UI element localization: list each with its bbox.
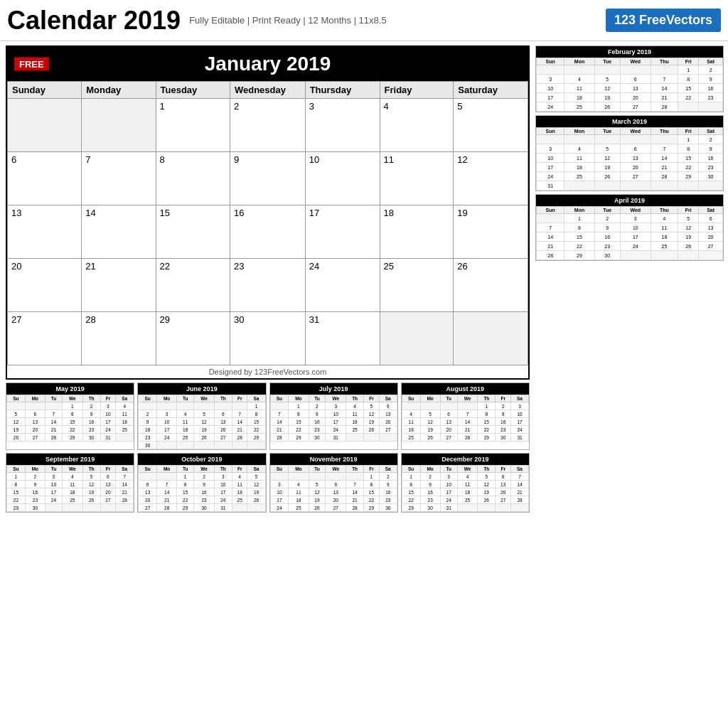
- small-cal-cell: 20: [379, 418, 397, 426]
- small-cal-cell: 26: [247, 496, 265, 504]
- day-header: Th: [214, 466, 232, 473]
- main-title: Calendar 2019: [7, 6, 181, 36]
- day-header: Sa: [247, 466, 265, 473]
- col-sunday: Sunday: [8, 82, 82, 99]
- january-cell: 24: [305, 259, 380, 312]
- small-cal-cell: 15: [289, 418, 309, 426]
- small-cal-cell: 19: [82, 488, 100, 496]
- right-cal-cell: 19: [678, 232, 699, 242]
- right-cal-cell: [537, 65, 564, 75]
- day-header: Tu: [309, 395, 326, 402]
- day-header: Thu: [651, 128, 678, 135]
- small-cal-cell: 12: [478, 481, 496, 488]
- small-cal-cell: 29: [364, 504, 380, 512]
- small-cal-cell: 10: [46, 481, 63, 488]
- small-cal-cell: 20: [440, 426, 457, 434]
- small-cal-cell: 30: [309, 434, 326, 441]
- small-cal-cell: 31: [326, 434, 346, 441]
- small-cal-cell: 5: [309, 481, 326, 488]
- right-cal-cell: 20: [620, 93, 651, 102]
- right-cal-cell: 26: [594, 102, 620, 112]
- small-cal-cell: 10: [440, 481, 457, 488]
- small-cal-cell: 18: [232, 488, 247, 496]
- january-cell: 25: [380, 259, 454, 312]
- small-cal-cell: 3: [510, 402, 528, 410]
- day-header: Mo: [25, 395, 45, 402]
- small-cal-cell: 26: [82, 496, 100, 504]
- right-cal-cell: 23: [699, 163, 723, 172]
- right-cal-cell: 17: [537, 93, 564, 102]
- day-header: Fr: [100, 466, 116, 473]
- right-small-calendar: February 2019SunMonTueWedThuFriSat123456…: [535, 46, 724, 112]
- right-cal-cell: 15: [564, 232, 594, 242]
- small-cal-cell: 3: [157, 410, 177, 418]
- right-cal-cell: 22: [678, 163, 699, 172]
- small-cal-cell: 1: [177, 473, 194, 481]
- small-cal-cell: 12: [82, 481, 100, 488]
- small-cal-cell: 29: [247, 434, 265, 441]
- right-cal-cell: 4: [564, 144, 594, 154]
- small-cal-cell: 25: [62, 496, 82, 504]
- small-cal-cell: [100, 504, 116, 512]
- small-cal-cell: 23: [25, 496, 45, 504]
- small-cal-cell: 18: [457, 488, 478, 496]
- credit: Designed by 123FreeVectors.com: [7, 365, 528, 378]
- right-cal-cell: 26: [594, 172, 620, 181]
- day-header: Fr: [100, 395, 116, 402]
- day-header: Mo: [420, 395, 440, 402]
- right-cal-cell: 9: [594, 223, 620, 232]
- small-cal-cell: 4: [346, 402, 364, 410]
- january-cell: 28: [82, 312, 156, 365]
- right-cal-cell: 13: [620, 154, 651, 163]
- small-cal-cell: 8: [177, 481, 194, 488]
- january-cell: 8: [156, 152, 230, 205]
- right-cal-cell: 27: [699, 242, 723, 251]
- day-header: Tu: [177, 395, 194, 402]
- right-cal-cell: 11: [651, 223, 678, 232]
- small-cal-cell: 1: [62, 402, 82, 410]
- small-cal-cell: 10: [157, 418, 177, 426]
- right-cal-cell: 28: [651, 102, 678, 112]
- small-cal-grid: SuMoTuWeThFrSa12345678910111213141516171…: [138, 465, 265, 512]
- small-cal-grid: SuMoTuWeThFrSa12345678910111213141516171…: [6, 395, 134, 441]
- right-cal-cell: [594, 181, 620, 191]
- right-cal-cell: 16: [699, 154, 723, 163]
- right-cal-cell: 11: [564, 154, 594, 163]
- small-calendar: December 2019SuMoTuWeThFrSa1234567891011…: [401, 453, 530, 513]
- january-cell: 15: [156, 205, 230, 259]
- small-cal-cell: 2: [309, 402, 326, 410]
- right-cal-cell: 5: [678, 214, 699, 223]
- small-cal-cell: 15: [478, 418, 496, 426]
- logo-box[interactable]: 123 FreeVectors: [606, 9, 721, 32]
- small-cal-cell: [232, 504, 247, 512]
- small-cals-row-1: May 2019SuMoTuWeThFrSa123456789101112131…: [6, 382, 530, 450]
- small-cal-cell: 1: [478, 402, 496, 410]
- right-cal-cell: 13: [620, 84, 651, 93]
- small-cal-cell: 29: [7, 504, 26, 512]
- free-badge: FREE: [14, 58, 49, 71]
- small-cal-header: November 2019: [270, 454, 397, 465]
- small-cal-cell: 22: [247, 426, 265, 434]
- small-cal-cell: 20: [25, 426, 45, 434]
- small-cal-cell: 13: [25, 418, 45, 426]
- right-cal-cell: 2: [699, 65, 723, 75]
- small-cal-cell: [309, 473, 326, 481]
- small-cal-cell: 16: [496, 418, 511, 426]
- small-cal-cell: 24: [510, 426, 528, 434]
- small-cal-cell: 23: [420, 496, 440, 504]
- small-calendar: May 2019SuMoTuWeThFrSa123456789101112131…: [6, 382, 134, 450]
- small-cal-cell: 11: [289, 488, 309, 496]
- small-cal-cell: [440, 402, 457, 410]
- small-cal-cell: 10: [510, 410, 528, 418]
- small-cal-cell: 13: [326, 488, 346, 496]
- small-cal-cell: 17: [214, 488, 232, 496]
- small-cal-cell: 30: [25, 504, 45, 512]
- day-header: Thu: [651, 58, 678, 65]
- small-cal-cell: 19: [420, 426, 440, 434]
- right-small-calendar: March 2019SunMonTueWedThuFriSat123456789…: [535, 115, 724, 191]
- small-cal-cell: 9: [496, 410, 511, 418]
- col-wednesday: Wednesday: [230, 82, 305, 99]
- january-cell: 5: [454, 99, 528, 152]
- small-calendar: October 2019SuMoTuWeThFrSa12345678910111…: [137, 453, 266, 513]
- small-cal-cell: 14: [232, 418, 247, 426]
